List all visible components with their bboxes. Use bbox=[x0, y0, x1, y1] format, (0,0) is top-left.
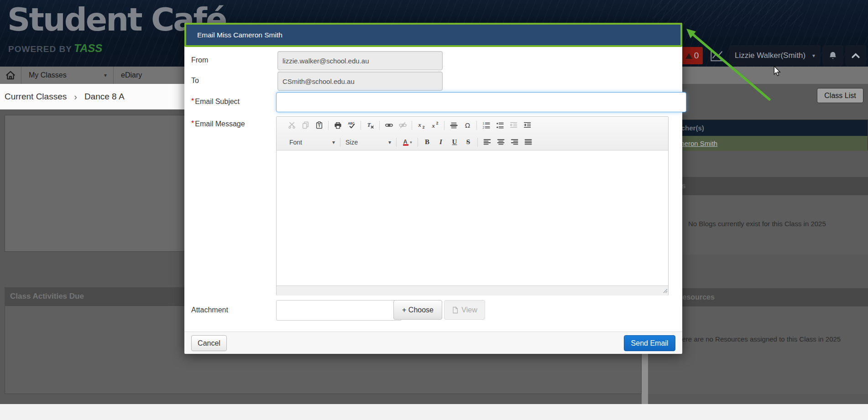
toolbar-separator bbox=[379, 121, 380, 130]
email-message-body[interactable] bbox=[277, 150, 668, 285]
editor-toolbar: TABCTx2x2Ω12 Font Size A bbox=[277, 117, 668, 150]
align-left-icon[interactable] bbox=[481, 136, 493, 149]
view-button-label: View bbox=[461, 306, 477, 314]
subscript-icon[interactable]: x2 bbox=[415, 119, 428, 132]
alerts-badge[interactable]: 0 bbox=[681, 47, 703, 64]
class-activities-header-label: Class Activities Due bbox=[10, 292, 84, 301]
warning-triangle-icon bbox=[685, 52, 693, 60]
chevron-down-icon bbox=[388, 139, 391, 145]
student-cafe-app: Student Café POWERED BY TASS 0 0 Lizzie … bbox=[0, 0, 868, 420]
chevron-down-icon bbox=[812, 52, 815, 59]
powered-by-label: POWERED BY bbox=[8, 44, 72, 54]
attachment-label-text: Attachment bbox=[191, 306, 228, 314]
superscript-icon[interactable]: x2 bbox=[429, 119, 441, 132]
cut-icon bbox=[285, 119, 298, 132]
choose-file-button[interactable]: + Choose bbox=[393, 300, 442, 320]
resize-grip[interactable] bbox=[662, 287, 668, 295]
svg-text:x: x bbox=[418, 122, 421, 128]
toolbar-separator bbox=[328, 121, 329, 130]
alert-count: 0 bbox=[694, 51, 699, 61]
email-subject-input[interactable] bbox=[276, 92, 686, 112]
view-attachment-button: View bbox=[444, 300, 485, 320]
svg-text:0: 0 bbox=[720, 57, 723, 62]
numbered-list-icon[interactable]: 12 bbox=[480, 119, 492, 132]
svg-text:2: 2 bbox=[422, 125, 424, 129]
home-icon[interactable] bbox=[0, 67, 21, 84]
collapse-chevron-up-icon[interactable] bbox=[845, 45, 866, 66]
text-color-icon[interactable]: A bbox=[399, 136, 415, 149]
underline-icon[interactable]: U bbox=[448, 136, 461, 149]
email-modal-header: Email Miss Cameron Smith bbox=[184, 23, 682, 47]
text-style-buttons: BIUS bbox=[420, 136, 475, 149]
paste-text-icon[interactable]: T bbox=[313, 119, 325, 132]
editor-status-bar bbox=[277, 285, 668, 296]
nav-my-classes-label: My Classes bbox=[29, 71, 67, 79]
toolbar-separator bbox=[476, 121, 477, 130]
required-marker: * bbox=[191, 119, 194, 128]
link-icon[interactable] bbox=[382, 119, 395, 132]
chevron-down-icon bbox=[410, 140, 412, 145]
font-family-select[interactable]: Font bbox=[287, 136, 338, 148]
bulleted-list-icon[interactable] bbox=[493, 119, 506, 132]
spellcheck-icon[interactable]: ABC bbox=[345, 119, 358, 132]
cancel-button[interactable]: Cancel bbox=[191, 335, 227, 351]
svg-text:A: A bbox=[403, 139, 408, 145]
toolbar-separator bbox=[418, 138, 418, 147]
message-label: * Email Message bbox=[191, 117, 274, 131]
copy-icon bbox=[299, 119, 312, 132]
rich-text-editor: TABCTx2x2Ω12 Font Size A bbox=[276, 116, 669, 296]
breadcrumb-separator: › bbox=[74, 92, 77, 102]
user-name: Lizzie Walker(Smith) bbox=[735, 51, 805, 60]
svg-text:1: 1 bbox=[482, 122, 484, 125]
nav-ediary-label: eDiary bbox=[121, 71, 142, 79]
file-icon bbox=[452, 306, 459, 314]
remove-format-icon[interactable]: T bbox=[364, 119, 376, 132]
svg-text:T: T bbox=[367, 122, 371, 128]
user-menu[interactable]: Lizzie Walker(Smith) bbox=[729, 45, 821, 66]
toolbar-separator bbox=[444, 121, 444, 130]
from-field[interactable] bbox=[277, 51, 443, 70]
email-modal: Email Miss Cameron Smith From To * Email… bbox=[184, 23, 682, 354]
send-email-button[interactable]: Send Email bbox=[624, 335, 675, 351]
notifications-bell-icon[interactable] bbox=[822, 45, 843, 66]
align-right-icon[interactable] bbox=[508, 136, 521, 149]
svg-text:T: T bbox=[318, 124, 320, 128]
page-footer-strip bbox=[0, 404, 868, 420]
resources-empty-message: There are no Resources assigned to this … bbox=[674, 335, 841, 343]
class-list-button[interactable]: Class List bbox=[817, 88, 863, 103]
blogs-empty-message: No Blogs currently exist for this Class … bbox=[688, 220, 826, 228]
attachment-filename-field[interactable] bbox=[276, 300, 402, 321]
chevron-down-icon bbox=[104, 72, 107, 78]
from-label-text: From bbox=[191, 56, 208, 64]
horizontal-rule-icon[interactable] bbox=[447, 119, 460, 132]
toolbar-separator bbox=[396, 138, 397, 147]
unlink-icon bbox=[396, 119, 409, 132]
justify-icon[interactable] bbox=[522, 136, 534, 149]
strikethrough-icon[interactable]: S bbox=[462, 136, 475, 149]
svg-text:x: x bbox=[431, 123, 435, 129]
subject-label-text: Email Subject bbox=[195, 98, 240, 106]
to-field[interactable] bbox=[277, 72, 443, 91]
align-center-icon[interactable] bbox=[494, 136, 507, 149]
attachment-label: Attachment bbox=[191, 300, 274, 320]
breadcrumb-class-name: Dance 8 A bbox=[84, 92, 125, 102]
required-marker: * bbox=[191, 97, 194, 105]
results-chart-icon[interactable]: 0 bbox=[707, 47, 727, 65]
breadcrumb-current-classes[interactable]: Current Classes bbox=[5, 92, 67, 102]
special-char-icon[interactable]: Ω bbox=[461, 119, 474, 132]
print-icon[interactable] bbox=[331, 119, 344, 132]
font-select-label: Font bbox=[289, 139, 302, 146]
outdent-icon bbox=[507, 119, 520, 132]
indent-icon[interactable] bbox=[521, 119, 533, 132]
chevron-down-icon bbox=[332, 139, 335, 145]
from-label: From bbox=[191, 51, 274, 69]
toolbar-separator bbox=[340, 138, 340, 147]
italic-icon[interactable]: I bbox=[434, 136, 447, 149]
svg-text:2: 2 bbox=[436, 121, 438, 125]
font-size-select[interactable]: Size bbox=[343, 136, 394, 148]
toolbar-separator bbox=[477, 138, 478, 147]
svg-text:2: 2 bbox=[482, 126, 484, 129]
modal-title: Email Miss Cameron Smith bbox=[197, 31, 282, 39]
bold-icon[interactable]: B bbox=[421, 136, 434, 149]
nav-my-classes[interactable]: My Classes bbox=[21, 67, 113, 84]
